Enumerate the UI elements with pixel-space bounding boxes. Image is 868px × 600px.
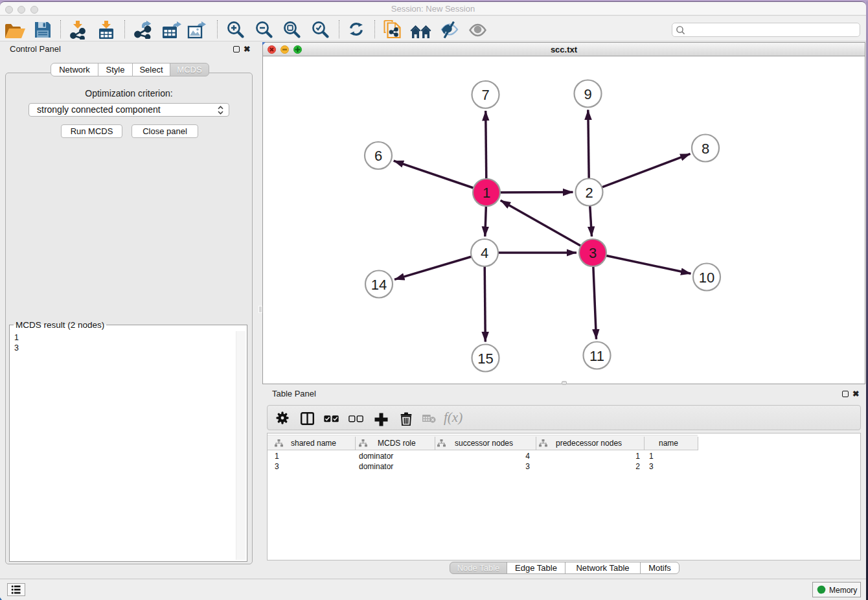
svg-text:1: 1: [483, 185, 490, 201]
svg-text:4: 4: [481, 245, 488, 261]
svg-text:2: 2: [585, 185, 593, 201]
svg-text:11: 11: [589, 348, 604, 364]
svg-text:6: 6: [374, 148, 382, 164]
svg-text:9: 9: [584, 86, 591, 102]
svg-text:8: 8: [702, 141, 709, 157]
svg-text:10: 10: [699, 270, 714, 286]
svg-text:15: 15: [477, 351, 493, 367]
svg-text:14: 14: [371, 277, 387, 293]
svg-text:Memory: Memory: [829, 586, 857, 595]
svg-text:3: 3: [589, 245, 597, 261]
svg-text:7: 7: [481, 87, 489, 103]
